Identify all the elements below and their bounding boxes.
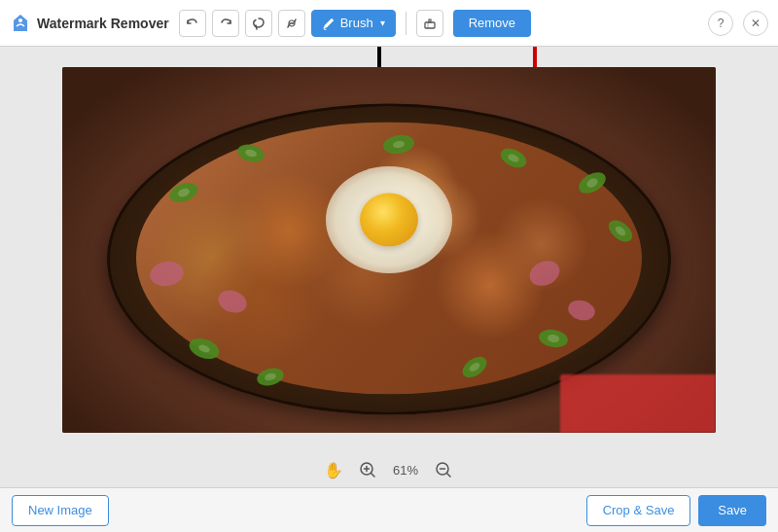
app-logo: Watermark Remover bbox=[10, 13, 169, 34]
save-label: Save bbox=[718, 503, 747, 517]
brush-icon bbox=[322, 17, 336, 30]
redo-icon bbox=[219, 17, 232, 30]
zoom-in-icon[interactable] bbox=[357, 459, 378, 480]
save-button[interactable]: Save bbox=[698, 495, 766, 526]
close-icon: ✕ bbox=[751, 17, 760, 30]
close-button[interactable]: ✕ bbox=[743, 11, 768, 36]
lasso-icon bbox=[252, 17, 265, 30]
svg-point-0 bbox=[18, 18, 22, 22]
eraser-icon bbox=[423, 17, 437, 30]
svg-rect-2 bbox=[425, 22, 435, 28]
zoom-percent: 61% bbox=[386, 463, 425, 478]
main-content: ✋ 61% bbox=[0, 47, 778, 487]
egg-yolk bbox=[360, 194, 418, 247]
zoom-out-icon[interactable] bbox=[433, 459, 454, 480]
rope-icon bbox=[285, 17, 299, 30]
app-title: Watermark Remover bbox=[37, 16, 169, 31]
new-image-button[interactable]: New Image bbox=[12, 495, 109, 526]
eraser-button[interactable] bbox=[416, 10, 443, 37]
image-container bbox=[0, 47, 778, 452]
toolbar-divider bbox=[406, 12, 407, 35]
bottom-bar: New Image Crop & Save Save bbox=[0, 487, 778, 532]
rope-button[interactable] bbox=[278, 10, 305, 37]
undo-icon bbox=[186, 17, 199, 30]
help-button[interactable]: ? bbox=[708, 11, 733, 36]
redo-button[interactable] bbox=[212, 10, 239, 37]
brush-dropdown-arrow: ▾ bbox=[380, 18, 385, 28]
undo-button[interactable] bbox=[179, 10, 206, 37]
watermark-area bbox=[560, 374, 716, 433]
crop-save-label: Crop & Save bbox=[603, 503, 675, 517]
lasso-button[interactable] bbox=[245, 10, 272, 37]
title-bar: Watermark Remover Brush bbox=[0, 0, 778, 47]
new-image-label: New Image bbox=[28, 503, 92, 517]
crop-save-button[interactable]: Crop & Save bbox=[586, 495, 691, 526]
zoom-bar: ✋ 61% bbox=[0, 452, 778, 487]
app-logo-icon bbox=[10, 13, 31, 34]
brush-label: Brush bbox=[340, 16, 373, 30]
main-image[interactable] bbox=[62, 67, 716, 433]
bottom-right: Crop & Save Save bbox=[586, 495, 766, 526]
brush-button[interactable]: Brush ▾ bbox=[311, 10, 396, 37]
remove-button[interactable]: Remove bbox=[453, 10, 531, 37]
remove-label: Remove bbox=[469, 16, 515, 30]
help-icon: ? bbox=[718, 17, 725, 30]
grab-icon[interactable]: ✋ bbox=[324, 461, 343, 479]
